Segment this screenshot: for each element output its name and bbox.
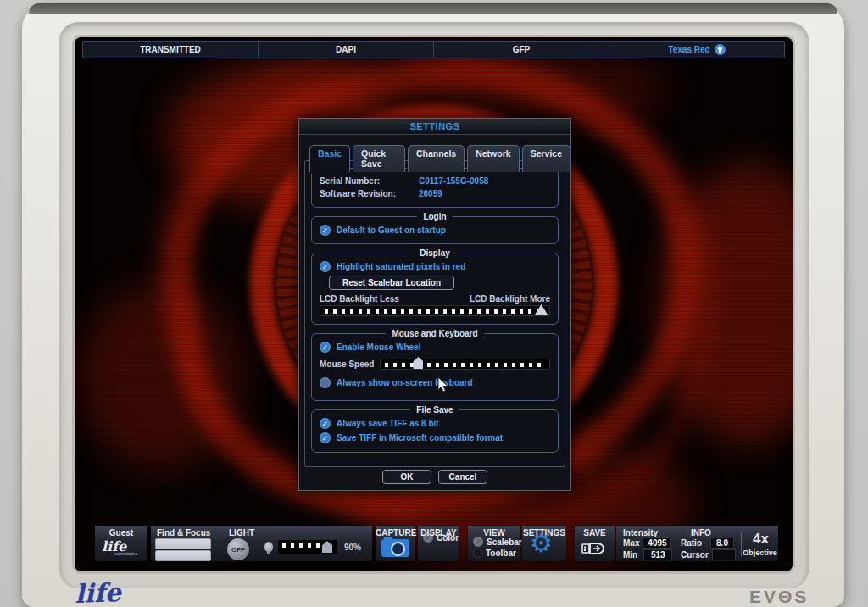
checkbox-tiff-ms-format[interactable] xyxy=(320,432,331,443)
view-label: VIEW xyxy=(468,528,520,537)
find-focus-button-2[interactable] xyxy=(155,550,211,561)
gear-icon: ⚙ xyxy=(530,531,553,556)
tab-network[interactable]: Network xyxy=(467,145,519,172)
group-file-save: File Save Always save TIFF as 8 bit Save… xyxy=(311,405,559,453)
tab-service[interactable]: Service xyxy=(522,145,570,172)
checkbox-label: Enable Mouse Wheel xyxy=(337,342,420,352)
software-revision-value: 26059 xyxy=(419,189,442,198)
display-label: DISPLAY xyxy=(418,528,459,537)
lcd-screen: TRANSMITTED DAPI GFP Texas Red SETTINGS … xyxy=(75,37,793,571)
cancel-button[interactable]: Cancel xyxy=(438,470,487,484)
scalebar-label: Scalebar xyxy=(487,537,522,547)
slider-track xyxy=(385,363,545,367)
reset-scalebar-button[interactable]: Reset Scalebar Location xyxy=(329,276,454,290)
light-label: LIGHT xyxy=(229,528,254,537)
checkbox-label: Default to Guest on startup xyxy=(337,226,446,235)
group-login: Login Default to Guest on startup xyxy=(311,212,559,244)
lcd-backlight-slider[interactable] xyxy=(320,305,550,316)
checkbox-onscreen-keyboard[interactable] xyxy=(320,377,331,388)
status-panel: Intensity INFO Max 4095 Min 513 Ratio 8.… xyxy=(616,526,778,561)
objective-magnification: 4x xyxy=(743,531,778,548)
bottom-toolbar: Guest life technologies Find & Focus LIG… xyxy=(75,526,793,563)
cursor-label: Cursor xyxy=(681,550,709,560)
usb-drive-icon xyxy=(581,540,607,557)
find-focus-label: Find & Focus xyxy=(157,528,210,537)
tab-channels[interactable]: Channels xyxy=(408,145,465,172)
tab-basic[interactable]: Basic xyxy=(309,145,350,172)
evos-logo: EVΘS xyxy=(749,587,809,607)
max-value: 4095 xyxy=(643,537,671,549)
ok-button[interactable]: OK xyxy=(382,470,431,484)
min-value: 513 xyxy=(643,549,672,560)
settings-panel[interactable]: SETTINGS ⚙ xyxy=(522,526,566,561)
save-label: SAVE xyxy=(575,528,615,537)
objective-label: Objective xyxy=(742,549,778,557)
tab-transmitted[interactable]: TRANSMITTED xyxy=(83,42,259,58)
tab-label: DAPI xyxy=(336,45,356,54)
checkbox-default-guest[interactable] xyxy=(320,225,331,236)
software-revision-label: Software Revision: xyxy=(320,189,413,198)
mouse-speed-label: Mouse Speed xyxy=(320,359,374,369)
checkbox-enable-mouse-wheel[interactable] xyxy=(320,342,331,353)
guest-label: Guest xyxy=(95,528,147,537)
settings-dialog: SETTINGS Basic Quick Save Channels Netwo… xyxy=(298,118,571,491)
max-label: Max xyxy=(623,538,639,548)
tab-quick-save[interactable]: Quick Save xyxy=(353,145,405,172)
tab-texas-red[interactable]: Texas Red xyxy=(609,42,784,58)
checkbox-label: Always save TIFF as 8 bit xyxy=(337,419,439,428)
group-legend: Login xyxy=(417,212,452,221)
camera-icon xyxy=(381,539,409,557)
monitor-top-edge xyxy=(29,3,837,14)
ratio-value: 8.0 xyxy=(710,537,734,549)
group-legend: Mouse and Keyboard xyxy=(386,329,483,338)
light-bulb-icon xyxy=(264,542,273,552)
slider-track xyxy=(325,309,545,314)
tab-label: TRANSMITTED xyxy=(140,45,201,54)
scalebar-check-icon[interactable] xyxy=(473,537,483,547)
tab-label: Texas Red xyxy=(668,45,709,54)
min-label: Min xyxy=(623,550,637,560)
mouse-speed-slider[interactable] xyxy=(380,359,550,370)
channel-tab-bar: TRANSMITTED DAPI GFP Texas Red xyxy=(82,41,785,58)
display-panel: DISPLAY Color xyxy=(418,526,459,561)
tab-label: GFP xyxy=(513,45,531,54)
illumination-bulb-icon xyxy=(715,44,726,55)
save-panel[interactable]: SAVE xyxy=(575,526,615,561)
mouse-speed-slider-thumb[interactable] xyxy=(413,357,423,369)
find-focus-button-1[interactable] xyxy=(155,538,211,549)
toolbar-label: Toolbar xyxy=(486,549,516,558)
ratio-label: Ratio xyxy=(681,538,702,548)
serial-number-label: Serial Number: xyxy=(320,176,413,186)
group-display: Display Highlight saturated pixels in re… xyxy=(311,248,559,325)
toolbar-check-icon[interactable] xyxy=(473,549,482,558)
checkbox-label: Highlight saturated pixels in red xyxy=(337,262,465,271)
checkbox-highlight-saturated[interactable] xyxy=(320,261,331,272)
checkbox-label: Always show on-screen keyboard xyxy=(337,378,473,387)
view-panel: VIEW Scalebar Toolbar xyxy=(468,526,520,561)
capture-panel[interactable]: CAPTURE xyxy=(376,526,415,561)
capture-label: CAPTURE xyxy=(376,528,415,537)
dialog-title: SETTINGS xyxy=(299,119,570,135)
backlight-less-label: LCD Backlight Less xyxy=(320,294,399,304)
life-logo: life xyxy=(74,577,121,607)
tab-gfp[interactable]: GFP xyxy=(434,42,609,58)
find-focus-light-panel: Find & Focus LIGHT OFF 90% xyxy=(151,526,372,561)
light-brightness-slider[interactable] xyxy=(278,540,337,554)
light-brightness-value: 90% xyxy=(344,543,361,552)
dialog-tab-strip: Basic Quick Save Channels Network Servic… xyxy=(309,145,570,172)
life-technologies-sub: technologies xyxy=(114,551,137,556)
checkbox-label: Save TIFF in Microsoft compatible format xyxy=(337,433,503,443)
intensity-label: Intensity xyxy=(623,528,658,537)
serial-number-value: C0117-155G-0058 xyxy=(419,176,488,186)
checkbox-tiff-8bit[interactable] xyxy=(320,418,331,429)
group-legend: File Save xyxy=(410,405,459,415)
light-off-button[interactable]: OFF xyxy=(227,538,249,560)
cursor-value xyxy=(712,549,736,560)
group-legend: Display xyxy=(414,248,456,258)
backlight-more-label: LCD Backlight More xyxy=(470,294,550,304)
guest-panel[interactable]: Guest life technologies xyxy=(95,526,147,561)
info-label: INFO xyxy=(691,528,711,537)
tab-dapi[interactable]: DAPI xyxy=(259,42,434,58)
group-mouse-keyboard: Mouse and Keyboard Enable Mouse Wheel Mo… xyxy=(311,329,559,401)
mouse-cursor xyxy=(437,376,449,393)
